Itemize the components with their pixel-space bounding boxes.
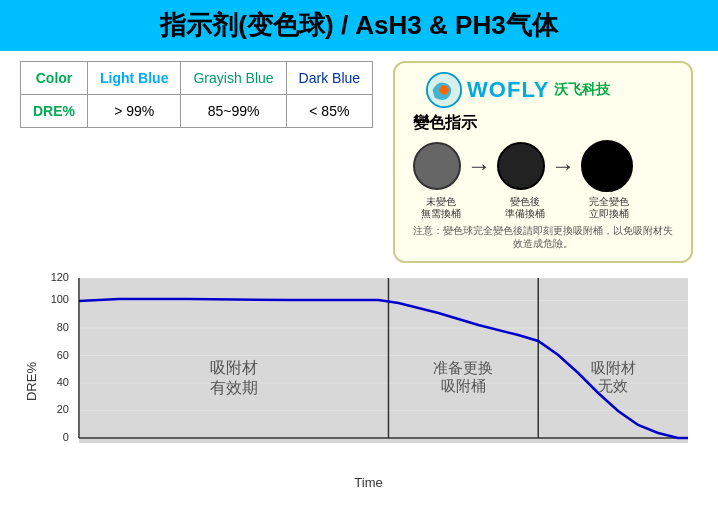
color-darkblue: Dark Blue	[286, 62, 372, 95]
svg-text:60: 60	[57, 349, 69, 361]
svg-text:0: 0	[63, 431, 69, 443]
x-axis-label: Time	[39, 475, 698, 490]
logo-text-cn: 沃飞科技	[554, 81, 610, 99]
chart-container: 0 20 40 60 80 100 120	[39, 273, 698, 490]
label-uncolored: 未變色無需換桶	[413, 196, 469, 220]
indicator-box: WOFLY 沃飞科技 變色指示 → → 未變色無需換桶 變色後準備換桶 完	[393, 61, 693, 263]
svg-text:80: 80	[57, 321, 69, 333]
indicator-circles: → →	[413, 140, 673, 192]
svg-text:120: 120	[51, 273, 69, 283]
label-full: 完全變色立即換桶	[581, 196, 637, 220]
circle-partial	[497, 142, 545, 190]
color-label: Color	[21, 62, 88, 95]
arrow-icon-1: →	[467, 152, 491, 180]
dre-col1: > 99%	[88, 95, 181, 128]
circle-labels: 未變色無需換桶 變色後準備換桶 完全變色立即換桶	[413, 196, 673, 220]
dre-col3: < 85%	[286, 95, 372, 128]
header: 指示剂(变色球) / AsH3 & PH3气体	[0, 0, 718, 51]
svg-text:吸附桶: 吸附桶	[441, 377, 486, 394]
svg-text:有效期: 有效期	[210, 379, 258, 396]
logo-icon	[425, 71, 463, 109]
indicator-title: 變色指示	[413, 113, 673, 134]
logo-area: WOFLY 沃飞科技	[425, 71, 609, 109]
svg-text:准备更换: 准备更换	[433, 359, 493, 376]
chart-svg: 0 20 40 60 80 100 120	[39, 273, 698, 473]
dre-label: DRE%	[21, 95, 88, 128]
table-row: Color Light Blue Grayish Blue Dark Blue	[21, 62, 373, 95]
header-title: 指示剂(变色球) / AsH3 & PH3气体	[160, 10, 557, 40]
label-partial: 變色後準備換桶	[497, 196, 553, 220]
indicator-note: 注意：變色球完全變色後請即刻更換吸附桶，以免吸附材失效造成危險。	[413, 224, 673, 251]
main-content: Color Light Blue Grayish Blue Dark Blue …	[0, 51, 718, 490]
top-section: Color Light Blue Grayish Blue Dark Blue …	[20, 61, 698, 263]
color-lightblue: Light Blue	[88, 62, 181, 95]
svg-text:无效: 无效	[598, 377, 628, 394]
svg-text:20: 20	[57, 403, 69, 415]
table-row: DRE% > 99% 85~99% < 85%	[21, 95, 373, 128]
circle-full	[581, 140, 633, 192]
dre-table: Color Light Blue Grayish Blue Dark Blue …	[20, 61, 373, 128]
svg-point-2	[439, 85, 449, 95]
logo-text-en: WOFLY	[467, 77, 549, 103]
circle-uncolored	[413, 142, 461, 190]
y-axis-label: DRE%	[20, 362, 39, 401]
svg-text:吸附材: 吸附材	[591, 359, 636, 376]
svg-text:吸附材: 吸附材	[210, 359, 258, 376]
svg-text:40: 40	[57, 376, 69, 388]
dre-col2: 85~99%	[181, 95, 286, 128]
color-grayblue: Grayish Blue	[181, 62, 286, 95]
svg-text:100: 100	[51, 293, 69, 305]
chart-area: DRE% 0 20 40 60 80 10	[20, 273, 698, 490]
arrow-icon-2: →	[551, 152, 575, 180]
